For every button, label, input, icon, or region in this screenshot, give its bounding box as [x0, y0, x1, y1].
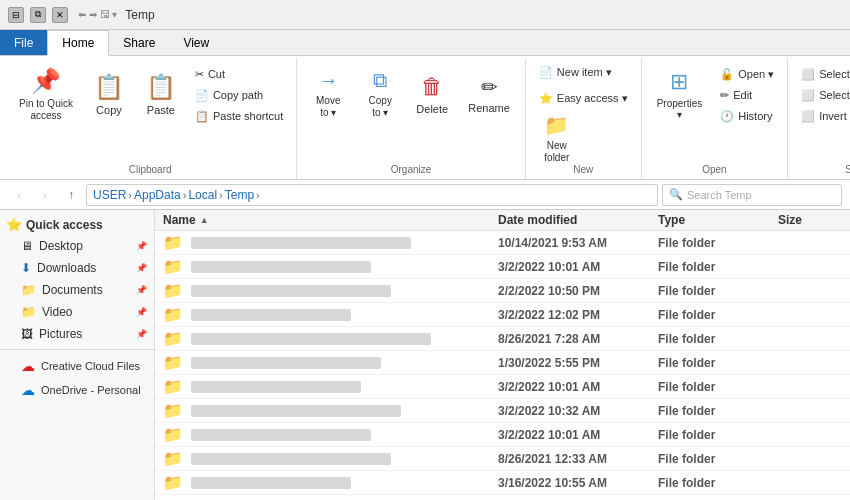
file-rows-container: 📁 10/14/2021 9:53 AM File folder 📁 3/2/2… [155, 231, 850, 500]
file-name-blurred [191, 477, 351, 489]
col-name-label: Name [163, 213, 196, 227]
file-type-cell: File folder [650, 308, 770, 322]
pictures-label: Pictures [39, 327, 82, 341]
table-row[interactable]: 📁 3/16/2022 10:55 AM File folder [155, 471, 850, 495]
paste-shortcut-label: Paste shortcut [213, 110, 283, 122]
restore-icon[interactable]: ⧉ [30, 7, 46, 23]
table-row[interactable]: 📁 8/26/2021 7:28 AM File folder [155, 327, 850, 351]
clipboard-label: Clipboard [129, 162, 172, 177]
downloads-pin-icon: 📌 [136, 263, 147, 273]
table-row[interactable]: 📁 8/26/2021 12:33 AM File folder [155, 447, 850, 471]
paste-shortcut-button[interactable]: 📋 Paste shortcut [188, 106, 290, 126]
path-user[interactable]: USER [93, 188, 126, 202]
open-label: Open ▾ [738, 68, 774, 81]
new-group: 📄 New item ▾ ⭐ Easy access ▾ 📁 Newfolder… [526, 58, 642, 179]
file-date-cell: 3/2/2022 12:02 PM [490, 308, 650, 322]
file-type-cell: File folder [650, 404, 770, 418]
table-row[interactable]: 📁 3/2/2022 10:01 AM File folder [155, 375, 850, 399]
forward-button[interactable]: › [34, 184, 56, 206]
path-local[interactable]: Local [188, 188, 217, 202]
table-row[interactable]: 📁 10/14/2021 9:53 AM File folder [155, 231, 850, 255]
paste-icon: 📋 [146, 73, 176, 101]
sidebar-item-downloads[interactable]: ⬇ Downloads 📌 [0, 257, 154, 279]
open-button[interactable]: 🔓 Open ▾ [713, 64, 781, 84]
path-temp[interactable]: Temp [225, 188, 254, 202]
file-name-blurred [191, 381, 361, 393]
file-date-cell: 3/2/2022 10:32 AM [490, 404, 650, 418]
address-path[interactable]: USER › AppData › Local › Temp › [86, 184, 658, 206]
pin-quick-access-button[interactable]: 📌 Pin to Quickaccess [10, 60, 82, 128]
col-header-name[interactable]: Name ▲ [155, 213, 490, 227]
file-name-blurred [191, 237, 411, 249]
invert-selection-button[interactable]: ⬜ Invert selection [794, 106, 850, 126]
pictures-icon: 🖼 [21, 327, 33, 341]
table-row[interactable]: 📁 3/2/2022 12:02 PM File folder [155, 303, 850, 327]
tab-home[interactable]: Home [47, 30, 109, 56]
copy-to-icon: ⧉ [373, 69, 387, 92]
sidebar-item-desktop[interactable]: 🖥 Desktop 📌 [0, 235, 154, 257]
file-type-cell: File folder [650, 380, 770, 394]
properties-button[interactable]: ⊞ Properties▾ [648, 60, 712, 128]
copy-path-button[interactable]: 📄 Copy path [188, 85, 290, 105]
move-to-button[interactable]: → Moveto ▾ [303, 60, 353, 128]
col-header-size[interactable]: Size [770, 213, 850, 227]
up-button[interactable]: ↑ [60, 184, 82, 206]
new-item-label: New item ▾ [557, 66, 612, 79]
col-header-date[interactable]: Date modified [490, 213, 650, 227]
downloads-icon: ⬇ [21, 261, 31, 275]
file-name-cell: 📁 [155, 233, 490, 252]
folder-icon: 📁 [163, 473, 183, 492]
easy-access-label: Easy access ▾ [557, 92, 628, 105]
path-appdata[interactable]: AppData [134, 188, 181, 202]
back-button[interactable]: ‹ [8, 184, 30, 206]
edit-button[interactable]: ✏ Edit [713, 85, 781, 105]
new-item-button[interactable]: 📄 New item ▾ [532, 60, 619, 84]
close-icon[interactable]: ✕ [52, 7, 68, 23]
search-box[interactable]: 🔍 Search Temp [662, 184, 842, 206]
sidebar-item-creative-cloud[interactable]: ☁ Creative Cloud Files [0, 354, 154, 378]
rename-button[interactable]: ✏ Rename [459, 60, 519, 128]
folder-icon: 📁 [163, 449, 183, 468]
quick-access-header[interactable]: ⭐ Quick access [0, 214, 154, 235]
select-none-button[interactable]: ⬜ Select none [794, 85, 850, 105]
table-row[interactable]: 📁 3/2/2022 10:32 AM File folder [155, 399, 850, 423]
new-folder-button[interactable]: 📁 Newfolder [532, 116, 582, 160]
invert-selection-label: Invert selection [819, 110, 850, 122]
copy-to-label: Copyto ▾ [369, 95, 392, 119]
minimize-icon[interactable]: ⊟ [8, 7, 24, 23]
table-row[interactable]: 📁 3/2/2022 10:01 AM File folder [155, 255, 850, 279]
ribbon-tab-bar: File Home Share View [0, 30, 850, 56]
title-bar: ⊟ ⧉ ✕ ⬅ ➡ 🖫 ▾ Temp [0, 0, 850, 30]
sidebar-item-onedrive[interactable]: ☁ OneDrive - Personal [0, 378, 154, 402]
file-list-header: Name ▲ Date modified Type Size [155, 210, 850, 231]
table-row[interactable]: 📁 1/30/2022 5:55 PM File folder [155, 351, 850, 375]
history-label: History [738, 110, 772, 122]
path-sep-1: › [128, 189, 132, 201]
file-type-cell: File folder [650, 356, 770, 370]
table-row[interactable]: 📁 2/2/2022 10:50 PM File folder [155, 279, 850, 303]
sidebar-item-pictures[interactable]: 🖼 Pictures 📌 [0, 323, 154, 345]
table-row[interactable]: 📁 3/2/2022 10:22 AM File folder [155, 495, 850, 500]
cut-button[interactable]: ✂ Cut [188, 64, 290, 84]
sidebar-item-documents[interactable]: 📁 Documents 📌 [0, 279, 154, 301]
sidebar-item-video[interactable]: 📁 Video 📌 [0, 301, 154, 323]
file-name-cell: 📁 [155, 305, 490, 324]
easy-access-icon: ⭐ [539, 92, 553, 105]
select-none-icon: ⬜ [801, 89, 815, 102]
easy-access-button[interactable]: ⭐ Easy access ▾ [532, 86, 635, 110]
col-header-type[interactable]: Type [650, 213, 770, 227]
history-button[interactable]: 🕐 History [713, 106, 781, 126]
tab-share[interactable]: Share [109, 30, 169, 55]
new-folder-icon: 📁 [544, 113, 569, 137]
copy-to-button[interactable]: ⧉ Copyto ▾ [355, 60, 405, 128]
table-row[interactable]: 📁 3/2/2022 10:01 AM File folder [155, 423, 850, 447]
file-date-cell: 3/2/2022 10:01 AM [490, 380, 650, 394]
file-type-cell: File folder [650, 236, 770, 250]
delete-button[interactable]: 🗑 Delete [407, 60, 457, 128]
select-all-button[interactable]: ⬜ Select all [794, 64, 850, 84]
copy-button[interactable]: 📋 Copy [84, 60, 134, 128]
tab-file[interactable]: File [0, 30, 47, 55]
tab-view[interactable]: View [169, 30, 223, 55]
organize-label: Organize [391, 162, 432, 177]
paste-button[interactable]: 📋 Paste [136, 60, 186, 128]
